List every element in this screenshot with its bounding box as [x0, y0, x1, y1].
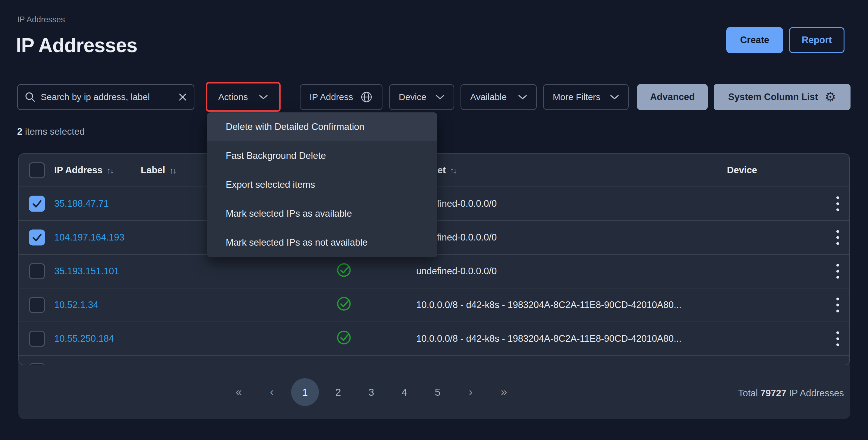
breadcrumb[interactable]: IP Addresses [17, 15, 65, 24]
ip-link[interactable]: 10.52.1.34 [54, 300, 98, 310]
menu-item-export-selected[interactable]: Export selected items [207, 170, 437, 199]
selection-status: 2 items selected [17, 126, 85, 137]
actions-dropdown-label: Actions [218, 92, 248, 102]
table-row: 35.193.151.101 undefined-0.0.0.0/0 [19, 255, 849, 288]
filter-device-label: Device [399, 92, 427, 102]
chevron-down-icon [258, 94, 268, 100]
filter-ip-address[interactable]: IP Address [300, 84, 382, 110]
subnet-value: 10.0.0.0/8 - d42-k8s - 1983204A-8C2A-11E… [416, 300, 681, 310]
system-column-list-button[interactable]: System Column List ⚙ [714, 84, 850, 110]
row-menu-button[interactable] [829, 230, 846, 245]
row-menu-button[interactable] [829, 196, 846, 211]
ip-link[interactable]: 35.188.47.71 [54, 198, 109, 209]
advanced-button-label: Advanced [650, 92, 695, 102]
clear-search-icon[interactable] [178, 93, 187, 101]
column-header-label[interactable]: Label↑↓ [141, 165, 176, 176]
row-checkbox[interactable] [29, 297, 45, 313]
available-check-icon [336, 296, 352, 314]
pagination-first-button[interactable]: « [222, 386, 255, 399]
menu-item-mark-not-available[interactable]: Mark selected IPs as not available [207, 228, 437, 257]
row-checkbox[interactable] [29, 363, 45, 365]
menu-item-fast-background-delete[interactable]: Fast Background Delete [207, 142, 437, 170]
ip-link[interactable]: 35.193.151.101 [54, 266, 119, 277]
gear-icon: ⚙ [825, 91, 836, 103]
table-row: 10.52.1.34 10.0.0.0/8 - d42-k8s - 198320… [19, 288, 849, 322]
filter-available[interactable]: Available [461, 84, 537, 110]
row-menu-button[interactable] [829, 264, 846, 279]
subnet-value: 10.0.0.0/8 - d42-k8s - 1983204A-8C2A-11E… [416, 333, 681, 344]
report-button[interactable]: Report [789, 27, 844, 53]
select-all-checkbox[interactable] [29, 162, 45, 179]
selection-count: 2 [17, 126, 22, 137]
table-row: 10.55.250.184 10.0.0.0/8 - d42-k8s - 198… [19, 322, 849, 356]
pagination-page-3[interactable]: 3 [355, 386, 388, 398]
total-count-value: 79727 [761, 388, 786, 399]
row-checkbox[interactable] [29, 196, 45, 212]
table-row [19, 356, 849, 365]
search-icon [24, 91, 36, 103]
available-check-icon [336, 330, 352, 348]
filter-device[interactable]: Device [389, 84, 454, 110]
chevron-down-icon [610, 95, 619, 100]
ip-link[interactable]: 10.55.250.184 [54, 333, 114, 344]
search-box[interactable] [17, 84, 194, 110]
filter-ip-address-label: IP Address [310, 92, 353, 102]
row-checkbox[interactable] [29, 230, 45, 246]
page-title: IP Addresses [16, 34, 137, 57]
menu-item-mark-available[interactable]: Mark selected IPs as available [207, 199, 437, 228]
row-menu-button[interactable] [829, 332, 846, 346]
subnet-value: undefined-0.0.0.0/0 [416, 266, 497, 277]
pagination-page-4[interactable]: 4 [388, 386, 421, 398]
ip-link[interactable]: 104.197.164.193 [54, 232, 124, 243]
pagination-prev-button[interactable]: ‹ [255, 386, 288, 399]
globe-icon [360, 91, 373, 103]
total-count: Total 79727 IP Addresses [738, 388, 844, 399]
system-column-list-label: System Column List [728, 92, 818, 102]
column-header-device[interactable]: Device [727, 165, 757, 176]
filter-available-label: Available [470, 92, 507, 102]
selection-label: items selected [25, 126, 85, 137]
actions-dropdown-button[interactable]: Actions [206, 82, 281, 112]
row-checkbox[interactable] [29, 263, 45, 279]
sort-icon[interactable]: ↑↓ [450, 166, 456, 175]
pagination-page-1[interactable]: 1 [291, 378, 319, 406]
sort-icon[interactable]: ↑↓ [169, 166, 176, 175]
row-checkbox[interactable] [29, 331, 45, 347]
create-button[interactable]: Create [726, 27, 783, 53]
sort-icon[interactable]: ↑↓ [107, 166, 113, 175]
pagination-next-button[interactable]: › [454, 386, 487, 399]
menu-item-delete-detailed[interactable]: Delete with Detailed Confirmation [207, 113, 437, 142]
pagination-page-5[interactable]: 5 [421, 386, 454, 398]
pagination: « ‹ 1 2 3 4 5 › » [222, 378, 521, 406]
chevron-down-icon [435, 95, 444, 100]
pagination-last-button[interactable]: » [487, 386, 521, 399]
pagination-page-2[interactable]: 2 [321, 386, 355, 398]
column-header-ip[interactable]: IP Address↑↓ [54, 165, 113, 176]
row-menu-button[interactable] [829, 298, 846, 313]
search-input[interactable] [41, 92, 173, 102]
actions-dropdown-menu: Delete with Detailed Confirmation Fast B… [207, 113, 437, 257]
chevron-down-icon [518, 95, 527, 100]
filter-more-filters-label: More Filters [553, 92, 600, 102]
filter-more-filters[interactable]: More Filters [543, 84, 629, 110]
available-check-icon [336, 262, 352, 280]
advanced-button[interactable]: Advanced [637, 84, 708, 110]
